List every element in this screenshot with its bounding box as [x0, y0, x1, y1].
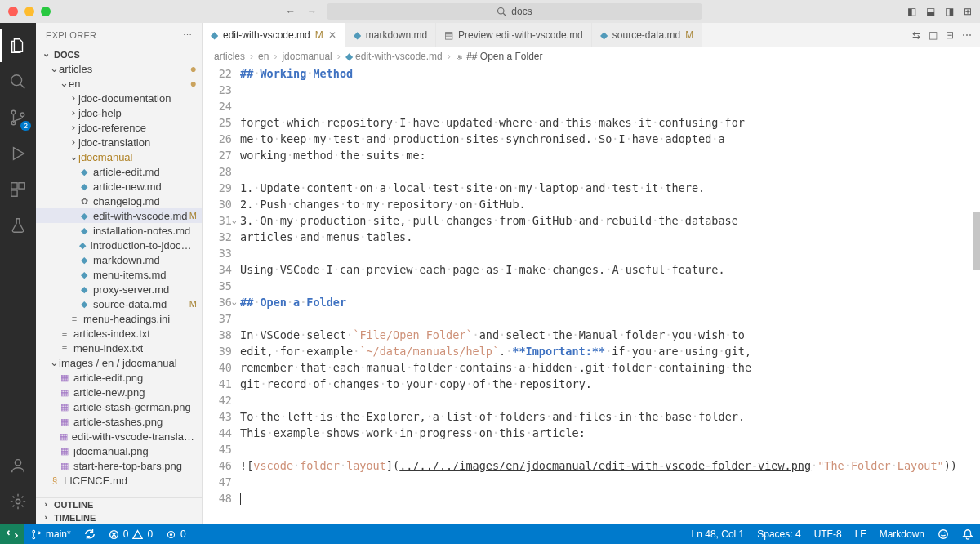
- window-controls[interactable]: [8, 7, 51, 16]
- split-down-icon[interactable]: ⊟: [946, 29, 954, 41]
- status-encoding[interactable]: UTF-8: [808, 528, 849, 540]
- radio-icon: [166, 529, 176, 540]
- breadcrumb-item[interactable]: ◆ edit-with-vscode.md: [345, 51, 443, 62]
- close-tab-icon[interactable]: ✕: [328, 29, 336, 41]
- workspace-name[interactable]: DOCS: [54, 50, 80, 60]
- line-gutter[interactable]: 2223242526272829303132333435363738394041…: [203, 65, 240, 524]
- breadcrumb-item[interactable]: ⨳ ## Open a Folder: [456, 51, 543, 62]
- file-item[interactable]: ◆article-edit.md: [36, 164, 202, 179]
- folder-item[interactable]: ⌄en●: [36, 76, 202, 91]
- file-item[interactable]: ≡menu-headings.ini: [36, 311, 202, 326]
- folder-item[interactable]: ›jdoc-translation: [36, 135, 202, 149]
- svg-rect-9: [11, 190, 17, 196]
- svg-point-14: [38, 531, 40, 533]
- layout-primary-icon[interactable]: ◧: [907, 6, 916, 17]
- svg-point-20: [944, 533, 945, 533]
- file-item[interactable]: ▦article-new.png: [36, 385, 202, 399]
- nav-back-icon[interactable]: ←: [286, 6, 296, 17]
- file-item[interactable]: ◆installation-notes.md: [36, 223, 202, 238]
- scm-badge: 2: [20, 121, 31, 131]
- breadcrumb-item[interactable]: jdocmanual: [282, 51, 332, 62]
- scrollbar[interactable]: [973, 65, 980, 524]
- file-item[interactable]: ▦edit-with-vscode-translation.png: [36, 429, 202, 444]
- file-item[interactable]: ◆article-new.md: [36, 179, 202, 194]
- error-icon: [109, 529, 119, 540]
- svg-point-18: [939, 530, 948, 539]
- breadcrumbs[interactable]: articles›en›jdocmanual›◆ edit-with-vscod…: [203, 47, 980, 65]
- file-item[interactable]: ◆source-data.mdM: [36, 297, 202, 311]
- folder-item[interactable]: ›jdoc-documentation: [36, 91, 202, 105]
- timeline-section[interactable]: TIMELINE: [54, 513, 96, 523]
- explorer-sidebar: EXPLORER ⋯ ⌄DOCS ⌄articles●⌄en●›jdoc-doc…: [36, 23, 203, 524]
- file-item[interactable]: ≡articles-index.txt: [36, 326, 202, 341]
- activity-settings[interactable]: [0, 485, 36, 518]
- activity-search[interactable]: [0, 65, 36, 98]
- status-branch[interactable]: main*: [24, 524, 78, 544]
- layout-secondary-icon[interactable]: ◨: [945, 6, 954, 17]
- file-item[interactable]: ◆introduction-to-jdocmanual....: [36, 238, 202, 252]
- file-tree[interactable]: ⌄articles●⌄en●›jdoc-documentation›jdoc-h…: [36, 61, 202, 497]
- file-item[interactable]: ◆menu-items.md: [36, 267, 202, 282]
- breadcrumb-item[interactable]: en: [258, 51, 269, 62]
- code-content[interactable]: ##·Working·Methodforget·which·repository…: [240, 65, 980, 524]
- file-item[interactable]: ▦article-stash-german.png: [36, 399, 202, 414]
- layout-panel-icon[interactable]: ⬓: [926, 6, 935, 17]
- activity-extensions[interactable]: [0, 173, 36, 206]
- activity-scm[interactable]: 2: [0, 101, 36, 134]
- file-item[interactable]: ◆edit-with-vscode.mdM: [36, 208, 202, 223]
- remote-indicator[interactable]: [0, 524, 24, 544]
- status-spaces[interactable]: Spaces: 4: [751, 528, 807, 540]
- file-item[interactable]: ✿changelog.md: [36, 194, 202, 208]
- svg-point-11: [16, 499, 20, 504]
- folder-item[interactable]: ⌄articles●: [36, 61, 202, 76]
- svg-point-10: [15, 460, 20, 466]
- folder-item[interactable]: ⌄images / en / jdocmanual: [36, 355, 202, 370]
- status-eol[interactable]: LF: [849, 528, 873, 540]
- outline-section[interactable]: OUTLINE: [54, 500, 93, 510]
- status-language[interactable]: Markdown: [873, 528, 931, 540]
- editor-tab[interactable]: ◆source-data.mdM: [592, 23, 702, 47]
- status-sync[interactable]: [78, 524, 102, 544]
- minimize-window-icon[interactable]: [24, 7, 34, 16]
- file-item[interactable]: §LICENCE.md: [36, 473, 202, 488]
- file-item[interactable]: ◆markdown.md: [36, 252, 202, 267]
- compare-icon[interactable]: ⇆: [912, 29, 920, 41]
- editor-tab[interactable]: ▤Preview edit-with-vscode.md: [436, 23, 592, 47]
- explorer-title: EXPLORER: [46, 30, 96, 40]
- status-ports[interactable]: 0: [159, 524, 193, 544]
- file-item[interactable]: ◆proxy-server.md: [36, 282, 202, 297]
- status-bell[interactable]: [956, 528, 980, 540]
- status-problems[interactable]: 0 0: [102, 524, 159, 544]
- file-item[interactable]: ≡menu-index.txt: [36, 341, 202, 355]
- file-item[interactable]: ▦article-edit.png: [36, 370, 202, 385]
- command-center[interactable]: docs: [327, 3, 702, 20]
- more-icon[interactable]: ⋯: [962, 29, 972, 41]
- nav-forward-icon[interactable]: →: [307, 6, 317, 17]
- activity-run[interactable]: [0, 137, 36, 170]
- file-item[interactable]: ▦article-stashes.png: [36, 414, 202, 429]
- folder-item[interactable]: ›jdoc-help: [36, 105, 202, 120]
- split-icon[interactable]: ◫: [929, 29, 938, 41]
- warning-icon: [132, 529, 143, 540]
- breadcrumb-item[interactable]: articles: [214, 51, 245, 62]
- explorer-more-icon[interactable]: ⋯: [183, 30, 192, 41]
- editor-tab[interactable]: ◆edit-with-vscode.mdM✕: [203, 23, 345, 47]
- activity-explorer[interactable]: [0, 29, 36, 62]
- status-feedback[interactable]: [931, 528, 956, 540]
- code-editor[interactable]: 2223242526272829303132333435363738394041…: [203, 65, 980, 524]
- status-cursor[interactable]: Ln 48, Col 1: [685, 528, 751, 540]
- activity-testing[interactable]: [0, 209, 36, 242]
- close-window-icon[interactable]: [8, 7, 18, 16]
- editor-tab[interactable]: ◆markdown.md: [345, 23, 436, 47]
- maximize-window-icon[interactable]: [41, 7, 51, 16]
- folder-item[interactable]: ›jdoc-reference: [36, 120, 202, 135]
- folder-item[interactable]: ⌄jdocmanual: [36, 149, 202, 164]
- search-icon: [497, 7, 506, 16]
- file-item[interactable]: ▦start-here-top-bars.png: [36, 458, 202, 473]
- activity-account[interactable]: [0, 449, 36, 482]
- beaker-icon: [9, 216, 27, 234]
- search-icon: [9, 73, 27, 91]
- status-bar: main* 0 0 0 Ln 48, Col 1 Spaces: 4 UTF-8…: [0, 524, 980, 544]
- file-item[interactable]: ▦jdocmanual.png: [36, 444, 202, 458]
- layout-customize-icon[interactable]: ⊞: [964, 6, 972, 17]
